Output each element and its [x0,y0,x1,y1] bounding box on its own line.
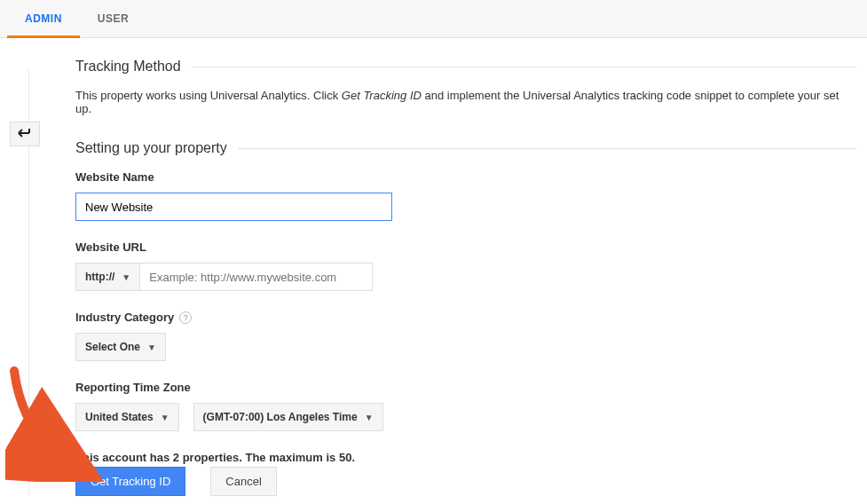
property-count-note: This account has 2 properties. The maxim… [75,451,856,464]
industry-label-text: Industry Category [75,311,174,324]
label-website-name: Website Name [75,170,856,184]
main-content: Tracking Method This property works usin… [75,51,856,464]
tab-admin[interactable]: ADMIN [7,0,80,38]
section-title-tracking: Tracking Method [75,59,192,75]
tab-bar: ADMIN USER [0,0,867,38]
industry-value: Select One [85,341,140,353]
website-name-input[interactable] [75,193,392,221]
tz-country-select[interactable]: United States ▼ [75,403,179,431]
label-industry: Industry Category ? [75,311,856,324]
help-icon[interactable]: ? [179,311,192,324]
divider-line [238,148,856,149]
protocol-select[interactable]: http:// ▼ [75,263,140,291]
section-setup-property: Setting up your property [75,140,856,156]
desc-em: Get Tracking ID [342,89,422,102]
field-timezone: Reporting Time Zone United States ▼ (GMT… [75,381,856,431]
chevron-down-icon: ▼ [122,272,130,282]
tz-zone-value: (GMT-07:00) Los Angeles Time [203,411,358,423]
get-tracking-id-button[interactable]: Get Tracking ID [75,467,185,496]
divider-line [192,67,856,67]
chevron-down-icon: ▼ [147,343,156,352]
tracking-description: This property works using Universal Anal… [75,89,856,115]
tz-zone-select[interactable]: (GMT-07:00) Los Angeles Time ▼ [193,403,383,431]
website-url-input[interactable] [140,263,373,291]
back-button[interactable] [10,122,40,146]
action-buttons: Get Tracking ID Cancel [75,467,277,496]
label-website-url: Website URL [75,240,856,254]
chevron-down-icon: ▼ [161,413,169,422]
cancel-button[interactable]: Cancel [210,467,276,496]
field-website-name: Website Name [75,170,856,221]
industry-select[interactable]: Select One ▼ [75,333,166,361]
desc-pre: This property works using Universal Anal… [75,89,342,102]
back-arrow-icon [17,125,33,144]
chevron-down-icon: ▼ [365,413,374,422]
protocol-value: http:// [85,271,114,283]
label-timezone: Reporting Time Zone [75,381,856,394]
tab-user[interactable]: USER [80,0,146,38]
tz-country-value: United States [85,411,154,423]
section-title-setup: Setting up your property [75,140,238,156]
field-industry: Industry Category ? Select One ▼ [75,311,856,361]
section-tracking-method: Tracking Method [75,59,856,75]
field-website-url: Website URL http:// ▼ [75,240,856,291]
